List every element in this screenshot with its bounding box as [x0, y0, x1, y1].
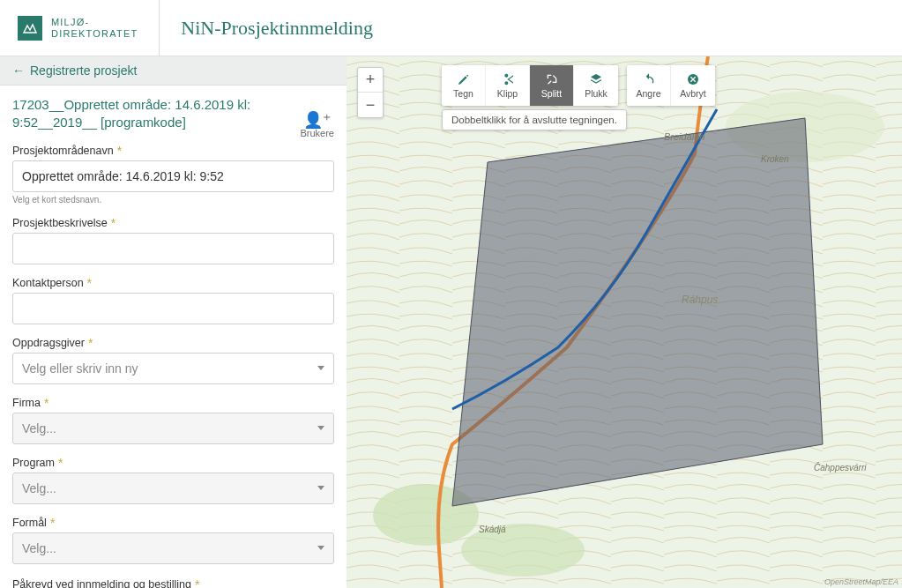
- chevron-down-icon: [317, 366, 324, 370]
- map-label: Kroken: [761, 154, 789, 164]
- logo-mark-icon: [18, 16, 42, 41]
- project-heading: 17203__Opprettet område: 14.6.2019 kl: 9…: [12, 96, 286, 132]
- map-panel[interactable]: Breidalen Kroken Ráhpus Skádjá Čahppesvá…: [347, 56, 902, 588]
- prosjektbeskrivelse-label: Prosjektbeskrivelse*: [12, 217, 334, 229]
- form-panel: ← Registrerte prosjekt 17203__Opprettet …: [0, 56, 347, 588]
- undo-icon: [641, 72, 657, 86]
- prosjektbeskrivelse-input[interactable]: [12, 233, 334, 264]
- cancel-icon: [685, 72, 701, 86]
- zoom-out-button[interactable]: −: [358, 93, 383, 117]
- formal-label: Formål*: [12, 517, 334, 529]
- program-select[interactable]: Velg...: [12, 473, 334, 504]
- map-attribution: OpenStreetMap/EEA: [824, 577, 898, 586]
- tool-tegn[interactable]: Tegn: [442, 65, 486, 106]
- org-logo: MILJØ- DIREKTORATET: [18, 0, 160, 56]
- map-tooltip: Dobbeltklikk for å avslutte tegningen.: [442, 109, 627, 130]
- tool-splitt[interactable]: Splitt: [530, 65, 574, 106]
- map-canvas: Breidalen Kroken Ráhpus Skádjá Čahppesvá…: [347, 56, 902, 588]
- tool-avbryt[interactable]: Avbryt: [671, 65, 715, 106]
- brukere-button[interactable]: 👤⁺ Brukere: [300, 112, 334, 138]
- org-name: MILJØ- DIREKTORATET: [51, 17, 138, 38]
- zoom-control: + −: [357, 67, 384, 118]
- firma-select[interactable]: Velg...: [12, 413, 334, 444]
- map-label: Skádjá: [479, 525, 506, 534]
- arrow-left-icon: ←: [12, 63, 25, 78]
- split-icon: [544, 72, 560, 86]
- program-label: Program*: [12, 457, 334, 469]
- org-line1: MILJØ-: [51, 17, 89, 27]
- tool-angre[interactable]: Angre: [627, 65, 671, 106]
- prosjektomradenavn-hint: Velg et kort stedsnavn.: [12, 195, 334, 205]
- oppdragsgiver-label: Oppdragsgiver*: [12, 337, 334, 349]
- prosjektomradenavn-label: Prosjektområdenavn*: [12, 145, 334, 157]
- oppdragsgiver-select[interactable]: Velg eller skriv inn ny: [12, 353, 334, 384]
- formal-select[interactable]: Velg...: [12, 532, 334, 564]
- app-header: MILJØ- DIREKTORATET NiN-Prosjektinnmeldi…: [0, 0, 902, 56]
- user-plus-icon: 👤⁺: [300, 112, 334, 128]
- firma-label: Firma*: [12, 397, 334, 409]
- tool-plukk[interactable]: Plukk: [574, 65, 618, 106]
- brukere-label: Brukere: [300, 128, 334, 138]
- layers-icon: [588, 72, 604, 86]
- chevron-down-icon: [317, 486, 324, 490]
- scissors-icon: [500, 72, 516, 86]
- org-line2: DIREKTORATET: [51, 28, 138, 39]
- map-label: Ráhpus: [682, 294, 718, 306]
- back-link-label: Registrerte prosjekt: [30, 63, 137, 78]
- zoom-in-button[interactable]: +: [358, 68, 383, 93]
- chevron-down-icon: [317, 426, 324, 430]
- kontaktperson-input[interactable]: [12, 293, 334, 324]
- map-label: Breidalen: [664, 131, 704, 142]
- prosjektomradenavn-input[interactable]: [12, 160, 334, 192]
- map-toolbar: Tegn Klipp Splitt: [442, 65, 715, 106]
- map-label: Čahppesvárri: [814, 462, 867, 473]
- kontaktperson-label: Kontaktperson*: [12, 277, 334, 289]
- pakrevd-innmelding-label: Påkrevd ved innmelding og bestilling*: [12, 578, 334, 589]
- pen-icon: [456, 72, 472, 86]
- tool-klipp[interactable]: Klipp: [486, 65, 530, 106]
- page-title: NiN-Prosjektinnmelding: [160, 17, 373, 40]
- back-bar: ← Registrerte prosjekt: [0, 56, 347, 86]
- chevron-down-icon: [317, 546, 324, 550]
- back-link[interactable]: ← Registrerte prosjekt: [12, 63, 137, 78]
